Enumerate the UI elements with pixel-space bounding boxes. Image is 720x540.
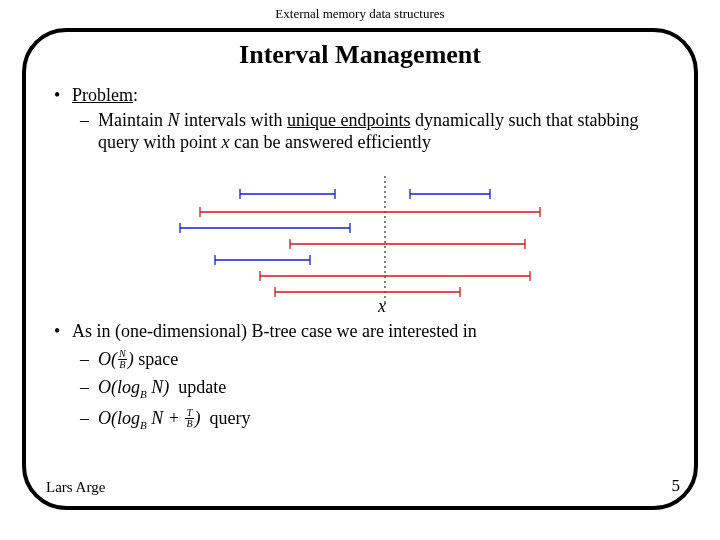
- frac-b: B: [185, 419, 193, 429]
- x-label: x: [378, 296, 386, 317]
- sym-plus: +: [168, 408, 180, 428]
- bullet-btree: As in (one-dimensional) B-tree case we a…: [54, 318, 674, 344]
- sym-O-2: O: [98, 377, 111, 397]
- sub-bullet-maintain: Maintain N intervals with unique endpoin…: [54, 109, 674, 154]
- interval-svg: [160, 176, 570, 306]
- sub-bullet-space: O(NB) space: [54, 346, 674, 372]
- var-x: x: [222, 132, 230, 152]
- frac-d: B: [118, 360, 127, 370]
- slide-header: External memory data structures: [0, 0, 720, 24]
- problem-label: Problem: [72, 85, 133, 105]
- sym-log-2: log: [117, 408, 140, 428]
- content-block-2: As in (one-dimensional) B-tree case we a…: [54, 318, 674, 435]
- frac-t-over-b: TB: [185, 408, 193, 429]
- slide-title: Interval Management: [0, 40, 720, 70]
- text-tail: can be answered efficiently: [230, 132, 432, 152]
- math-update: O(logB N): [98, 377, 174, 397]
- sym-N: N: [151, 377, 163, 397]
- text-maintain-prefix: Maintain: [98, 110, 168, 130]
- sym-log: log: [117, 377, 140, 397]
- math-space: O(NB): [98, 349, 138, 369]
- sym-O: O: [98, 349, 111, 369]
- sub-B: B: [140, 388, 147, 400]
- text-unique-endpoints: unique endpoints: [287, 110, 411, 130]
- word-query: query: [210, 408, 251, 428]
- sym-N-2: N: [151, 408, 163, 428]
- sym-O-3: O: [98, 408, 111, 428]
- bullet-problem: Problem:: [54, 84, 674, 107]
- problem-colon: :: [133, 85, 138, 105]
- text-mid1: intervals with: [180, 110, 287, 130]
- footer-page-number: 5: [672, 476, 681, 496]
- content-block-1: Problem: Maintain N intervals with uniqu…: [54, 84, 674, 156]
- sub-bullet-update: O(logB N) update: [54, 374, 674, 403]
- interval-diagram: [160, 176, 570, 306]
- word-update: update: [178, 377, 226, 397]
- word-space: space: [138, 349, 178, 369]
- sub-B-2: B: [140, 418, 147, 430]
- var-N: N: [168, 110, 180, 130]
- sub-bullet-query: O(logB N + TB) query: [54, 405, 674, 434]
- math-query: O(logB N + TB): [98, 408, 205, 428]
- frac-n-over-b: NB: [118, 349, 127, 370]
- footer-author: Lars Arge: [46, 479, 105, 496]
- slide-page: External memory data structures Interval…: [0, 0, 720, 540]
